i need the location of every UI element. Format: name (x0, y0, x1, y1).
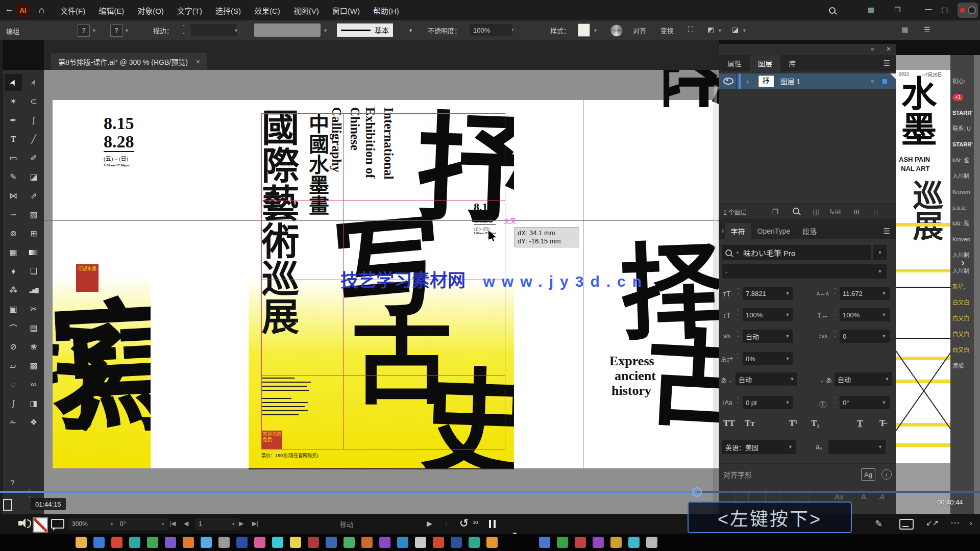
taskbar-app-icon[interactable] (201, 537, 212, 548)
strikethrough-button[interactable]: T̶ (879, 418, 885, 429)
eyedropper-tool[interactable]: ♦ (5, 263, 22, 280)
taskbar-app-icon[interactable] (379, 537, 390, 548)
width-profile-chevron-icon[interactable]: ▼ (323, 28, 328, 33)
locate-object-icon[interactable] (789, 208, 802, 216)
visibility-eye-icon[interactable] (723, 78, 733, 85)
perspective-grid-tool[interactable]: ⊞ (25, 225, 42, 242)
shear-tool[interactable]: ▱ (5, 357, 22, 374)
rotation-field[interactable]: 0° ▼ (116, 518, 168, 530)
hand-tool[interactable]: ❖ (25, 414, 42, 431)
taskbar-app-icon[interactable] (326, 537, 337, 548)
symbol-sprayer-tool[interactable]: ⁂ (5, 282, 22, 298)
reflect-tool[interactable]: ⋈ (5, 187, 22, 204)
back-icon[interactable]: ← (5, 4, 14, 14)
curvature-tool[interactable]: ʃ (25, 112, 42, 129)
taskbar-app-icon[interactable] (415, 537, 426, 548)
taskbar-app-icon[interactable] (290, 537, 301, 548)
stroke-weight-chevron-icon[interactable]: ▼ (234, 28, 238, 33)
expand-chevron-icon[interactable]: › (747, 78, 749, 84)
scale-tool[interactable]: ⇗ (25, 187, 42, 204)
column-graph-tool[interactable]: ▂▅█ (25, 282, 42, 298)
taskbar-app-icon[interactable] (344, 537, 355, 548)
menu-select[interactable]: 选择(S) (215, 5, 241, 16)
taskbar-app-icon[interactable] (236, 537, 248, 548)
opacity-more-icon[interactable]: › (511, 26, 513, 33)
perspective-selection-tool[interactable]: ◨ (25, 395, 42, 412)
puppet-warp-tool[interactable]: ❀ (25, 338, 42, 355)
make-mask-icon[interactable]: ◫ (810, 208, 823, 216)
maximize-icon[interactable]: ▢ (941, 6, 948, 14)
menu-effect[interactable]: 效果(C) (254, 5, 280, 16)
taskbar-app-icon[interactable] (557, 537, 568, 548)
expand-chat-icon[interactable]: › (961, 257, 965, 268)
font-family-chevron-icon[interactable]: ▼ (873, 245, 887, 260)
taskbar-app-icon[interactable] (469, 537, 480, 548)
fill-color-swatch[interactable]: ? (78, 24, 90, 37)
vertical-scale-field[interactable]: 100% (743, 308, 789, 321)
stroke-stepper[interactable]: ⌃⌄ (182, 24, 186, 35)
taskbar-app-icon[interactable] (646, 537, 657, 548)
align-link[interactable]: 对齐 (633, 26, 646, 36)
stroke-chevron-icon[interactable]: ▼ (125, 28, 129, 33)
taskbar-app-icon[interactable] (218, 537, 230, 548)
layer-row[interactable]: › 抒 图层 1 ○ (719, 73, 896, 89)
font-size-field[interactable]: 7.8821 (743, 287, 789, 300)
zoom-level-field[interactable]: 300% ▼ (68, 518, 117, 530)
taskbar-app-icon[interactable] (254, 537, 265, 548)
language-field[interactable]: 英语：美国 ▼ (722, 440, 796, 454)
collect-export-icon[interactable]: ❐ (769, 208, 782, 216)
tab-opentype[interactable]: OpenType (751, 223, 797, 239)
isolate-selected-icon[interactable]: ◩ (707, 26, 714, 34)
taskbar-app-icon[interactable] (433, 537, 444, 548)
taskbar-app-icon[interactable] (76, 537, 87, 548)
eraser-tool[interactable]: ◪ (25, 168, 42, 185)
select-similar-chevron-icon[interactable]: ▼ (742, 28, 747, 33)
horizontal-scale-field[interactable]: 100% (840, 308, 884, 321)
chat-scrollbar[interactable] (974, 55, 980, 514)
proportional-spacing-stepper[interactable]: ⌃⌄ (734, 354, 742, 360)
poster-left[interactable]: 8.15 8.28 (五) ~ (日) 9:00am-17:00pm 印記水墨 … (53, 100, 151, 468)
opacity-field[interactable]: 100% (470, 24, 512, 36)
taskbar-app-icon[interactable] (93, 537, 105, 548)
taskbar-app-icon[interactable] (272, 537, 283, 548)
last-artboard-icon[interactable]: ▶| (252, 520, 258, 527)
leading-stepper[interactable]: ⌃⌄ (831, 288, 839, 294)
brush-chevron-icon[interactable]: ▼ (408, 28, 413, 33)
poster-right[interactable]: 择 古 Express ancient history (605, 208, 719, 514)
taskbar-app-icon[interactable] (165, 537, 176, 548)
taskbar-app-icon[interactable] (397, 537, 408, 548)
collapse-panels-icon[interactable]: « (871, 45, 874, 53)
shrink-player-icon[interactable]: ↙↗ (926, 518, 939, 528)
layers-menu-icon[interactable]: ☰ (884, 59, 890, 68)
gradient-tool[interactable] (25, 244, 42, 261)
type-tool[interactable]: T (5, 131, 22, 147)
font-family-field[interactable]: ▼ 味わい毛筆 Pro (722, 245, 871, 260)
slice-tool[interactable]: ✂ (25, 300, 42, 317)
tab-libraries[interactable]: 库 (780, 55, 804, 71)
free-transform-tool[interactable]: ▧ (25, 206, 42, 223)
panel-collapse-icon[interactable]: ⇕ (721, 229, 725, 234)
proportional-spacing-chevron-icon[interactable]: ▼ (782, 352, 793, 365)
subtitle-icon[interactable] (899, 519, 914, 530)
taskbar-app-icon[interactable] (628, 537, 640, 548)
tracking-chevron-icon[interactable]: ▼ (878, 330, 890, 343)
underline-button[interactable]: T̲ (857, 418, 863, 429)
baseline-shift-chevron-icon[interactable]: ▼ (782, 396, 793, 409)
new-sublayer-icon[interactable]: ↳⊞ (828, 208, 842, 216)
insert-space-left-field[interactable]: 自动 (736, 372, 794, 386)
more-options-icon[interactable]: ⋯ (950, 517, 960, 529)
kerning-field[interactable]: 自动 (743, 330, 789, 343)
target-circle-icon[interactable]: ○ (871, 78, 874, 85)
taskbar-app-icon[interactable] (183, 537, 194, 548)
insert-space-right-chevron-icon[interactable]: ▼ (883, 372, 892, 386)
tab-layers[interactable]: 图层 (750, 55, 780, 71)
screen-recorder-icon[interactable] (958, 3, 978, 18)
selection-indicator[interactable] (883, 79, 887, 84)
taskbar-app-icon[interactable] (308, 537, 319, 548)
menu-window[interactable]: 窗口(W) (332, 5, 360, 16)
stroke-weight-label[interactable]: 描边： (153, 26, 173, 36)
tab-paragraph[interactable]: 段落 (796, 223, 823, 239)
horizontal-scale-stepper[interactable]: ⌃⌄ (831, 310, 839, 316)
layer-thumbnail[interactable]: 抒 (758, 75, 774, 87)
stroke-weight-field[interactable] (191, 24, 237, 36)
